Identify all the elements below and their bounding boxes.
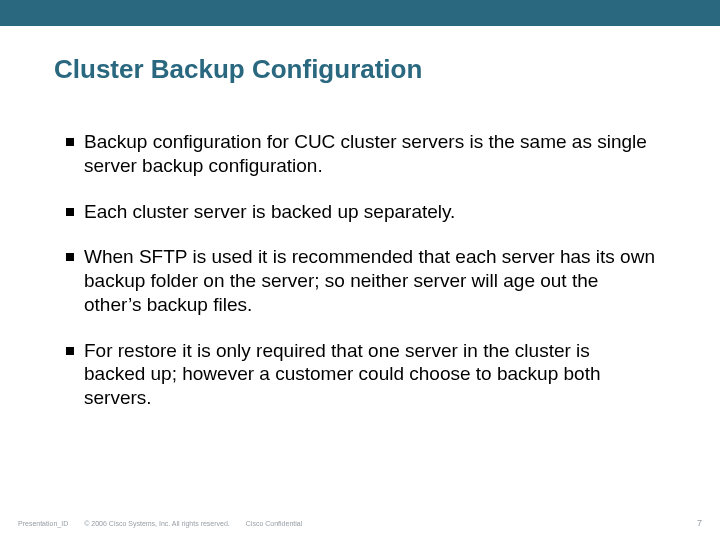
bullet-item: Backup configuration for CUC cluster ser… [66, 130, 656, 178]
footer-confidential: Cisco Confidential [246, 520, 302, 527]
bullet-item: When SFTP is used it is recommended that… [66, 245, 656, 316]
slide-body: Backup configuration for CUC cluster ser… [66, 130, 656, 432]
square-bullet-icon [66, 208, 74, 216]
top-accent-bar [0, 0, 720, 26]
square-bullet-icon [66, 253, 74, 261]
bullet-item: Each cluster server is backed up separat… [66, 200, 656, 224]
square-bullet-icon [66, 347, 74, 355]
slide-footer: Presentation_ID © 2006 Cisco Systems, In… [18, 518, 702, 528]
bullet-text: For restore it is only required that one… [84, 339, 656, 410]
bullet-text: Each cluster server is backed up separat… [84, 200, 455, 224]
bullet-text: Backup configuration for CUC cluster ser… [84, 130, 656, 178]
slide-title: Cluster Backup Configuration [54, 54, 422, 85]
square-bullet-icon [66, 138, 74, 146]
footer-presentation-id: Presentation_ID [18, 520, 68, 527]
bullet-text: When SFTP is used it is recommended that… [84, 245, 656, 316]
footer-copyright: © 2006 Cisco Systems, Inc. All rights re… [84, 520, 230, 527]
bullet-item: For restore it is only required that one… [66, 339, 656, 410]
footer-page-number: 7 [697, 518, 702, 528]
